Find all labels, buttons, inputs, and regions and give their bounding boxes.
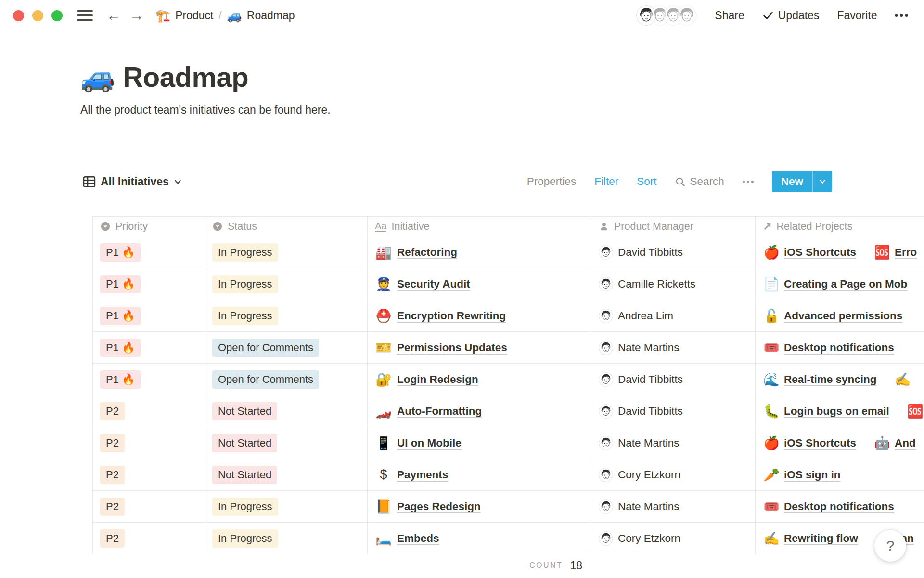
status-tag[interactable]: Not Started xyxy=(212,434,277,452)
priority-tag[interactable]: P2 xyxy=(100,498,125,516)
related-project-link[interactable]: ✍️ xyxy=(894,372,911,387)
product-manager-cell[interactable]: David Tibbitts xyxy=(591,395,756,427)
column-header-initiative[interactable]: Aa Initiative xyxy=(368,217,591,236)
filter-button[interactable]: Filter xyxy=(594,175,618,188)
priority-cell[interactable]: P2 xyxy=(93,459,205,490)
related-project-link[interactable]: 📄Creating a Page on Mob xyxy=(763,276,907,292)
initiative-cell[interactable]: 🎫Permissions Updates xyxy=(368,332,591,363)
initiative-cell[interactable]: 🛏️Embeds xyxy=(368,523,591,554)
related-project-link[interactable]: 🔓Advanced permissions xyxy=(763,308,902,324)
breadcrumb-item-roadmap[interactable]: 🚙 Roadmap xyxy=(227,9,295,23)
initiative-cell[interactable]: 📙Pages Redesign xyxy=(368,491,591,522)
status-cell[interactable]: In Progress xyxy=(205,236,368,268)
product-manager-cell[interactable]: Camille Ricketts xyxy=(591,268,756,300)
status-cell[interactable]: Not Started xyxy=(205,395,368,427)
status-tag[interactable]: Open for Comments xyxy=(212,370,319,389)
status-tag[interactable]: In Progress xyxy=(212,307,278,325)
initiative-cell[interactable]: 👮Security Audit xyxy=(368,268,591,300)
zoom-window-button[interactable] xyxy=(51,10,63,21)
initiative-cell[interactable]: 🏭Refactoring xyxy=(368,236,591,268)
new-button-caret[interactable] xyxy=(812,171,832,192)
status-cell[interactable]: Open for Comments xyxy=(205,332,368,363)
status-tag[interactable]: Not Started xyxy=(212,466,277,484)
status-tag[interactable]: Open for Comments xyxy=(212,339,319,357)
related-projects-cell[interactable]: 🥕iOS sign in xyxy=(756,459,924,490)
initiative-link[interactable]: Refactoring xyxy=(397,246,457,259)
sidebar-toggle-icon[interactable] xyxy=(77,10,93,21)
page-description[interactable]: All the product team's initiatives can b… xyxy=(80,103,924,117)
product-manager-cell[interactable]: David Tibbitts xyxy=(591,236,756,268)
column-header-status[interactable]: Status xyxy=(205,217,368,236)
status-cell[interactable]: In Progress xyxy=(205,300,368,331)
close-window-button[interactable] xyxy=(13,10,24,21)
priority-cell[interactable]: P2 xyxy=(93,395,205,427)
product-manager-cell[interactable]: Cory Etzkorn xyxy=(591,459,756,490)
related-project-link[interactable]: 🍎iOS Shortcuts xyxy=(763,435,856,451)
product-manager-cell[interactable]: Andrea Lim xyxy=(591,300,756,331)
related-project-link[interactable]: 🥕iOS sign in xyxy=(763,467,841,483)
related-projects-cell[interactable]: 🎟️Desktop notifications xyxy=(756,332,924,363)
breadcrumb-item-product[interactable]: 🏗️ Product xyxy=(155,9,213,23)
related-project-link[interactable]: 🆘Erro xyxy=(873,245,917,260)
initiative-link[interactable]: Login Redesign xyxy=(397,373,478,386)
priority-cell[interactable]: P2 xyxy=(93,427,205,459)
priority-tag[interactable]: P1 🔥 xyxy=(100,307,141,325)
back-arrow-icon[interactable]: ← xyxy=(106,8,121,23)
initiative-link[interactable]: Security Audit xyxy=(397,278,470,290)
priority-cell[interactable]: P1 🔥 xyxy=(93,268,205,300)
column-header-product-manager[interactable]: Product Manager xyxy=(591,217,756,236)
help-button[interactable]: ? xyxy=(874,530,906,562)
priority-tag[interactable]: P2 xyxy=(100,529,125,548)
initiative-cell[interactable]: $Payments xyxy=(368,459,591,490)
properties-button[interactable]: Properties xyxy=(527,175,577,188)
related-projects-cell[interactable]: 🐛Login bugs on email🆘 xyxy=(756,395,924,427)
product-manager-cell[interactable]: David Tibbitts xyxy=(591,364,756,395)
product-manager-cell[interactable]: Nate Martins xyxy=(591,332,756,363)
initiative-link[interactable]: UI on Mobile xyxy=(397,437,462,449)
status-tag[interactable]: In Progress xyxy=(212,529,278,548)
related-project-link[interactable]: 🤖And xyxy=(873,435,916,451)
related-project-link[interactable]: 🎟️Desktop notifications xyxy=(763,340,894,355)
count-value[interactable]: 18 xyxy=(570,559,582,572)
related-project-link[interactable]: 🍎iOS Shortcuts xyxy=(763,245,856,260)
share-button[interactable]: Share xyxy=(715,9,744,22)
initiative-link[interactable]: Pages Redesign xyxy=(397,500,481,513)
priority-tag[interactable]: P1 🔥 xyxy=(100,339,141,357)
related-projects-cell[interactable]: 🍎iOS Shortcuts🤖And xyxy=(756,427,924,459)
updates-button[interactable]: Updates xyxy=(762,9,820,22)
related-project-link[interactable]: 🆘 xyxy=(907,404,924,419)
status-cell[interactable]: Not Started xyxy=(205,459,368,490)
initiative-link[interactable]: Permissions Updates xyxy=(397,342,507,354)
initiative-link[interactable]: Embeds xyxy=(397,532,439,545)
initiative-cell[interactable]: 🔐Login Redesign xyxy=(368,364,591,395)
page-icon-car[interactable]: 🚙 xyxy=(80,63,115,91)
initiative-link[interactable]: Payments xyxy=(397,469,448,481)
page-title[interactable]: Roadmap xyxy=(123,61,248,93)
priority-tag[interactable]: P2 xyxy=(100,466,125,484)
view-switcher[interactable]: All Initiatives xyxy=(83,175,182,188)
product-manager-cell[interactable]: Nate Martins xyxy=(591,491,756,522)
priority-cell[interactable]: P2 xyxy=(93,523,205,554)
related-projects-cell[interactable]: 🎟️Desktop notifications xyxy=(756,491,924,522)
status-cell[interactable]: In Progress xyxy=(205,523,368,554)
collaborator-avatars[interactable] xyxy=(636,5,697,26)
initiative-cell[interactable]: 📱UI on Mobile xyxy=(368,427,591,459)
related-project-link[interactable]: ✍️Rewriting flow xyxy=(763,531,858,546)
status-cell[interactable]: In Progress xyxy=(205,268,368,300)
search-button[interactable]: Search xyxy=(675,175,724,188)
view-more-options-icon[interactable] xyxy=(743,181,754,183)
more-options-icon[interactable] xyxy=(895,14,908,17)
column-header-related-projects[interactable]: ↗ Related Projects xyxy=(756,217,924,236)
status-tag[interactable]: In Progress xyxy=(212,243,278,262)
priority-cell[interactable]: P1 🔥 xyxy=(93,236,205,268)
new-button-label[interactable]: New xyxy=(772,171,812,192)
status-cell[interactable]: In Progress xyxy=(205,491,368,522)
related-project-link[interactable]: 🌊Real-time syncing xyxy=(763,372,877,387)
related-project-link[interactable]: 🎟️Desktop notifications xyxy=(763,499,894,514)
sort-button[interactable]: Sort xyxy=(637,175,656,188)
favorite-button[interactable]: Favorite xyxy=(837,9,877,22)
new-button[interactable]: New xyxy=(772,171,832,192)
priority-cell[interactable]: P1 🔥 xyxy=(93,332,205,363)
product-manager-cell[interactable]: Cory Etzkorn xyxy=(591,523,756,554)
priority-cell[interactable]: P2 xyxy=(93,491,205,522)
